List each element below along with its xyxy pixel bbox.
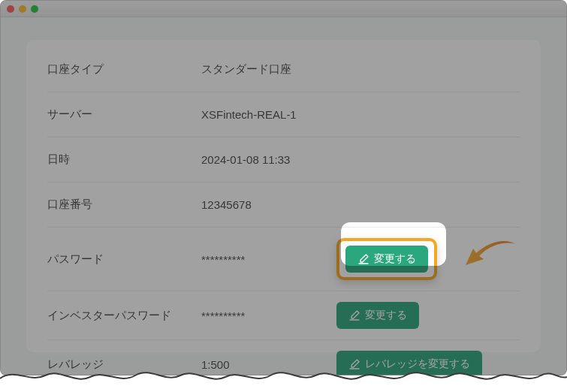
change-investor-password-button[interactable]: 変更する: [336, 302, 419, 329]
change-investor-password-button-label: 変更する: [365, 309, 407, 322]
label-datetime: 日時: [47, 152, 201, 167]
value-server: XSFintech-REAL-1: [201, 108, 336, 121]
label-server: サーバー: [47, 107, 201, 122]
window-close-icon[interactable]: [7, 5, 14, 13]
app-window: 口座タイプ スタンダード口座 サーバー XSFintech-REAL-1 日時 …: [0, 0, 567, 375]
value-account-type: スタンダード口座: [201, 62, 336, 77]
value-investor-password: **********: [201, 309, 336, 322]
edit-icon: [357, 253, 369, 265]
label-account-type: 口座タイプ: [47, 62, 201, 77]
label-password: パスワード: [47, 252, 201, 267]
row-password: パスワード ********** 変更する: [47, 228, 520, 291]
value-account-number: 12345678: [201, 198, 336, 211]
highlight-change-password: 変更する: [336, 238, 437, 280]
row-account-number: 口座番号 12345678: [47, 182, 520, 228]
account-details-card: 口座タイプ スタンダード口座 サーバー XSFintech-REAL-1 日時 …: [26, 40, 541, 352]
label-investor-password: インベスターパスワード: [47, 309, 201, 323]
edit-icon: [348, 309, 360, 321]
value-password: **********: [201, 253, 336, 266]
row-server: サーバー XSFintech-REAL-1: [47, 92, 520, 137]
titlebar: [1, 1, 566, 17]
torn-edge-decoration: [0, 362, 567, 392]
row-account-type: 口座タイプ スタンダード口座: [47, 47, 520, 92]
annotation-arrow-icon: [464, 240, 517, 270]
label-account-number: 口座番号: [47, 198, 201, 212]
window-minimize-icon[interactable]: [19, 5, 26, 13]
content-area: 口座タイプ スタンダード口座 サーバー XSFintech-REAL-1 日時 …: [1, 17, 566, 375]
change-password-button[interactable]: 変更する: [345, 246, 428, 273]
change-password-button-label: 変更する: [374, 252, 416, 266]
row-investor-password: インベスターパスワード ********** 変更する: [47, 291, 520, 340]
window-zoom-icon[interactable]: [31, 5, 38, 13]
value-datetime: 2024-01-08 11:33: [201, 153, 336, 166]
row-datetime: 日時 2024-01-08 11:33: [47, 137, 520, 182]
